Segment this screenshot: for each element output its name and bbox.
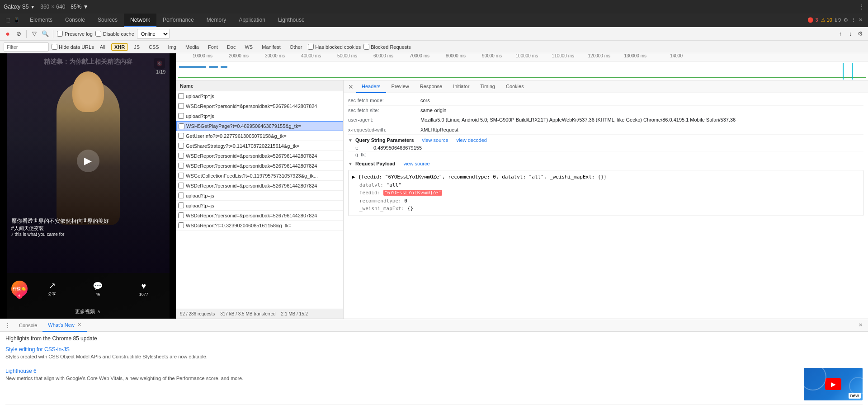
request-item[interactable]: WSDcReport?personid=&personidbak=5267961…	[176, 181, 343, 191]
tab-cookies[interactable]: Cookies	[500, 80, 529, 93]
clear-button[interactable]: ▽	[30, 30, 38, 38]
tab-whats-new[interactable]: What's New ✕	[42, 319, 86, 332]
like-button[interactable]: ♥ 1677	[123, 282, 165, 296]
request-item[interactable]: WSDcReport?personid=&personidbak=5267961…	[176, 151, 343, 161]
thumb-circle-1	[804, 368, 826, 390]
request-item[interactable]: WSDcReport?personid=&personidbak=5267961…	[176, 211, 343, 221]
inspect-icon[interactable]: ⬚	[5, 17, 10, 23]
play-button[interactable]: ▶	[77, 150, 99, 172]
view-decoded-link[interactable]: view decoded	[457, 137, 487, 143]
tl-label-3: 30000 ms	[250, 53, 287, 61]
search-button[interactable]: 🔍	[41, 30, 49, 38]
filter-manifest-button[interactable]: Manifest	[259, 43, 284, 51]
close-bottom-panel-icon[interactable]: ✕	[855, 322, 866, 328]
undock-icon[interactable]: ✕	[859, 17, 863, 23]
header-row-user-agent: user-agent: Mozilla/5.0 (Linux; Android …	[348, 115, 863, 125]
request-item[interactable]: GetUserInfo?t=0.22779613005079158&g_tk=	[176, 131, 343, 141]
comment-button[interactable]: 💬 46	[77, 281, 119, 296]
has-blocked-cookies-checkbox[interactable]: Has blocked cookies	[308, 44, 361, 50]
blocked-requests-checkbox[interactable]: Blocked Requests	[363, 44, 411, 50]
request-name: WSDcReport?personid=&personidbak=5267961…	[186, 183, 341, 188]
video-overlay: 精选集：为你献上相关精选内容 🔇 ▶ 1/19 愿你看透世界	[7, 53, 170, 273]
detail-content: sec-fetch-mode: cors sec-fetch-site: sam…	[344, 93, 868, 319]
tab-application[interactable]: Application	[232, 14, 272, 27]
lighthouse-thumb: ▶ new	[804, 368, 863, 400]
tl-label-2: 20000 ms	[214, 53, 250, 61]
tab-whats-new-close-icon[interactable]: ✕	[77, 322, 81, 328]
detail-close-x[interactable]: ✕	[345, 83, 356, 90]
request-payload-section-header[interactable]: ▼ Request Payload view source	[348, 158, 863, 168]
filter-media-button[interactable]: Media	[182, 43, 202, 51]
device-options-icon[interactable]: ⋮	[859, 4, 864, 10]
share-button[interactable]: ↗ 分享	[31, 281, 73, 297]
filter-all-button[interactable]: All	[97, 43, 108, 51]
filter-css-button[interactable]: CSS	[146, 43, 162, 51]
device-selector[interactable]: Galaxy S5 ▼	[4, 4, 35, 10]
filter-ws-button[interactable]: WS	[241, 43, 256, 51]
preserve-log-checkbox[interactable]: Preserve log	[57, 31, 93, 37]
tab-initiator[interactable]: Initiator	[448, 80, 475, 93]
tab-headers[interactable]: Headers	[356, 80, 386, 93]
view-source-link[interactable]: view source	[422, 137, 448, 143]
request-item[interactable]: WSDcReport?personid=&personidbak=5267961…	[176, 161, 343, 171]
request-item[interactable]: WSH5GetPlayPage?t=0.4899506463679155&g_t…	[176, 121, 343, 131]
timeline-content	[176, 61, 868, 80]
payload-view-source-link[interactable]: view source	[404, 161, 430, 166]
tab-console-bottom[interactable]: Console	[14, 319, 42, 332]
upload-icon[interactable]: ↑	[836, 30, 844, 38]
request-item[interactable]: WSDcReport?t=0.323902046085161158&g_tk=	[176, 221, 343, 230]
tl-label-1: 10000 ms	[178, 53, 214, 61]
network-toolbar: ● ⊘ ▽ 🔍 Preserve log Disable cache Onlin…	[0, 27, 868, 41]
timeline-labels: 10000 ms 20000 ms 30000 ms 40000 ms 5000…	[176, 53, 868, 61]
youtube-play-icon[interactable]: ▶	[825, 378, 841, 390]
video-caption: 愿你看透世界的不安依然相信世界的美好 #人间天使变装 ♪ this is wha…	[11, 217, 109, 237]
filter-input[interactable]	[4, 42, 49, 52]
filter-doc-button[interactable]: Doc	[224, 43, 239, 51]
tab-whats-new-label: What's New	[48, 322, 74, 328]
tab-elements[interactable]: Elements	[24, 14, 59, 27]
tab-preview[interactable]: Preview	[386, 80, 415, 93]
tab-response[interactable]: Response	[415, 80, 448, 93]
tab-timing[interactable]: Timing	[475, 80, 500, 93]
record-button[interactable]: ●	[4, 30, 12, 38]
request-item[interactable]: WSGetCollectionFeedList?t=0.119795757310…	[176, 171, 343, 181]
filter-xhr-button[interactable]: XHR	[111, 43, 128, 51]
download-icon[interactable]: ↓	[846, 30, 854, 38]
more-videos-button[interactable]: 更多视频 ∧	[7, 305, 170, 319]
bottom-panel-more-icon[interactable]: ⋮	[2, 322, 14, 329]
request-item[interactable]: WSDcReport?personid=&personidbak=5267961…	[176, 101, 343, 111]
query-string-section-header[interactable]: ▼ Query String Parameters view source vi…	[348, 135, 863, 145]
request-item[interactable]: upload?tp=js	[176, 191, 343, 201]
filter-font-button[interactable]: Font	[205, 43, 221, 51]
disable-cache-checkbox[interactable]: Disable cache	[95, 31, 134, 37]
hide-data-urls-checkbox[interactable]: Hide data URLs	[52, 44, 94, 50]
throttle-select[interactable]: Online Fast 3G Slow 3G Offline	[137, 29, 170, 39]
request-item[interactable]: upload?tp=js	[176, 201, 343, 211]
param-key-g-tk: g_tk:	[355, 152, 373, 157]
network-timeline: 10000 ms 20000 ms 30000 ms 40000 ms 5000…	[176, 53, 868, 80]
zoom-selector[interactable]: 85% ▼	[71, 4, 88, 10]
tab-console[interactable]: Console	[59, 14, 91, 27]
tab-performance[interactable]: Performance	[156, 14, 200, 27]
settings-icon[interactable]: ⚙	[844, 17, 848, 23]
whats-new-title: Highlights from the Chrome 85 update	[5, 335, 863, 342]
request-name: WSDcReport?personid=&personidbak=5267961…	[186, 163, 341, 169]
request-item[interactable]: upload?tp=js	[176, 91, 343, 101]
tab-memory[interactable]: Memory	[200, 14, 232, 27]
device-toggle-icon[interactable]: 📱	[14, 17, 20, 23]
comment-icon: 💬	[93, 281, 103, 291]
tab-sources[interactable]: Sources	[91, 14, 124, 27]
filter-img-button[interactable]: Img	[165, 43, 179, 51]
follow-plus-icon[interactable]: +	[16, 292, 23, 299]
stop-button[interactable]: ⊘	[14, 30, 23, 38]
filter-js-button[interactable]: JS	[131, 43, 143, 51]
filter-other-button[interactable]: Other	[287, 43, 306, 51]
css-in-js-title[interactable]: Style editing for CSS-in-JS	[5, 346, 863, 353]
tab-network[interactable]: Network	[124, 14, 156, 27]
more-options-icon[interactable]: ⋮	[851, 17, 856, 23]
lighthouse-title[interactable]: Lighthouse 6	[5, 368, 799, 374]
tab-lighthouse[interactable]: Lighthouse	[272, 14, 311, 27]
request-item[interactable]: GetShareStrategy?t=0.11417087202215614&g…	[176, 141, 343, 151]
settings-gear-icon[interactable]: ⚙	[856, 30, 864, 38]
request-item[interactable]: upload?tp=js	[176, 111, 343, 121]
